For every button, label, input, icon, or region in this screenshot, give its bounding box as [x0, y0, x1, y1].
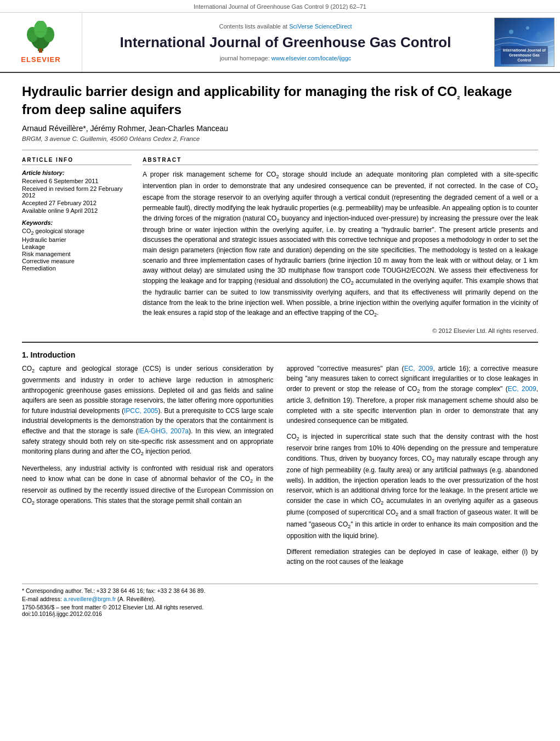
- svg-point-10: [536, 32, 541, 37]
- abstract-heading: ABSTRACT: [143, 157, 538, 165]
- body-two-col: CO2 capture and geological storage (CCS)…: [22, 364, 538, 573]
- keyword-1: CO2 geological storage: [22, 228, 132, 236]
- article-content: Hydraulic barrier design and applicabili…: [0, 83, 560, 617]
- article-title: Hydraulic barrier design and applicabili…: [22, 83, 538, 118]
- journal-homepage: journal homepage: www.elsevier.com/locat…: [220, 55, 352, 61]
- copyright-line: © 2012 Elsevier Ltd. All rights reserved…: [143, 324, 538, 334]
- journal-title: International Journal of Greenhouse Gas …: [120, 34, 451, 51]
- body-right-col: approved "corrective measures" plan (EC,…: [287, 364, 539, 573]
- issn-line: 1750-5836/$ – see front matter © 2012 El…: [22, 604, 538, 610]
- journal-cover-area: International Journal ofGreenhouse GasCo…: [489, 13, 560, 72]
- svg-point-8: [509, 30, 513, 34]
- article-info-panel: ARTICLE INFO Article history: Received 6…: [22, 157, 132, 334]
- footnote-email[interactable]: a.reveillere@brgm.fr: [64, 596, 116, 602]
- ec-ref-2[interactable]: EC, 2009: [508, 385, 536, 393]
- info-abstract-section: ARTICLE INFO Article history: Received 6…: [22, 150, 538, 334]
- received-revised: Received in revised form 22 February 201…: [22, 185, 132, 199]
- authors-text: Arnaud Réveillère*, Jérémy Rohmer, Jean-…: [22, 124, 228, 133]
- keyword-4: Risk management: [22, 251, 132, 257]
- received-1: Received 6 September 2011: [22, 178, 132, 184]
- keywords-label: Keywords:: [22, 219, 132, 226]
- sciverse-line: Contents lists available at SciVerse Sci…: [219, 23, 352, 30]
- journal-header-center: Contents lists available at SciVerse Sci…: [82, 13, 489, 72]
- homepage-url[interactable]: www.elsevier.com/locate/ijggc: [271, 55, 352, 61]
- keyword-3: Leakage: [22, 244, 132, 250]
- keyword-5: Corrective measure: [22, 258, 132, 264]
- body-para-3: approved "corrective measures" plan (EC,…: [287, 364, 539, 426]
- elsevier-logo-area: ELSEVIER: [0, 13, 82, 72]
- elsevier-logo: ELSEVIER: [21, 21, 60, 64]
- article-info-heading: ARTICLE INFO: [22, 157, 132, 165]
- top-header: International Journal of Greenhouse Gas …: [0, 0, 560, 13]
- footnote-email-name: (A. Réveillère).: [117, 596, 155, 602]
- homepage-label: journal homepage:: [220, 55, 270, 61]
- intro-heading: 1. Introduction: [22, 350, 538, 359]
- body-para-4: CO2 is injected in supercritical state s…: [287, 432, 539, 541]
- svg-rect-5: [39, 48, 42, 53]
- footnote-email-line: E-mail address: a.reveillere@brgm.fr (A.…: [22, 596, 538, 602]
- cover-title-text: International Journal ofGreenhouse GasCo…: [501, 46, 548, 64]
- body-para-1: CO2 capture and geological storage (CCS)…: [22, 364, 274, 459]
- ec-ref-1[interactable]: EC, 2009: [404, 365, 433, 372]
- email-label: E-mail address:: [22, 596, 62, 602]
- iea-ref[interactable]: IEA-GHG, 2007a: [138, 427, 189, 435]
- article-history-label: Article history:: [22, 169, 132, 176]
- elsevier-label: ELSEVIER: [21, 55, 60, 64]
- elsevier-tree-icon: [21, 21, 60, 54]
- keyword-2: Hydraulic barrier: [22, 236, 132, 243]
- svg-point-4: [34, 21, 47, 38]
- abstract-section: ABSTRACT A proper risk management scheme…: [143, 157, 538, 334]
- keywords-section: Keywords: CO2 geological storage Hydraul…: [22, 219, 132, 271]
- sciverse-link[interactable]: SciVerse ScienceDirect: [289, 23, 352, 30]
- ipcc-ref[interactable]: IPCC, 2005: [124, 407, 158, 415]
- journal-header: ELSEVIER Contents lists available at Sci…: [0, 13, 560, 73]
- affiliation-line: BRGM, 3 avenue C. Guillemin, 45060 Orléa…: [22, 135, 538, 142]
- abstract-text: A proper risk management scheme for CO2 …: [143, 169, 538, 320]
- available-online: Available online 9 April 2012: [22, 207, 132, 214]
- accepted: Accepted 27 February 2012: [22, 200, 132, 206]
- body-left-col: CO2 capture and geological storage (CCS)…: [22, 364, 274, 573]
- authors-line: Arnaud Réveillère*, Jérémy Rohmer, Jean-…: [22, 124, 538, 133]
- keyword-6: Remediation: [22, 265, 132, 271]
- body-para-2: Nevertheless, any industrial activity is…: [22, 463, 274, 507]
- footnote-area: * Corresponding author. Tel.: +33 2 38 6…: [22, 584, 538, 617]
- doi-line: doi:10.1016/j.ijggc.2012.02.016: [22, 610, 538, 617]
- journal-cover-image: International Journal ofGreenhouse GasCo…: [494, 18, 555, 67]
- citation-line: International Journal of Greenhouse Gas …: [0, 3, 560, 10]
- body-section: 1. Introduction CO2 capture and geologic…: [22, 342, 538, 617]
- footnote-star-line: * Corresponding author. Tel.: +33 2 38 6…: [22, 587, 538, 594]
- svg-point-9: [526, 26, 529, 30]
- body-para-5: Different remediation strategies can be …: [287, 547, 539, 567]
